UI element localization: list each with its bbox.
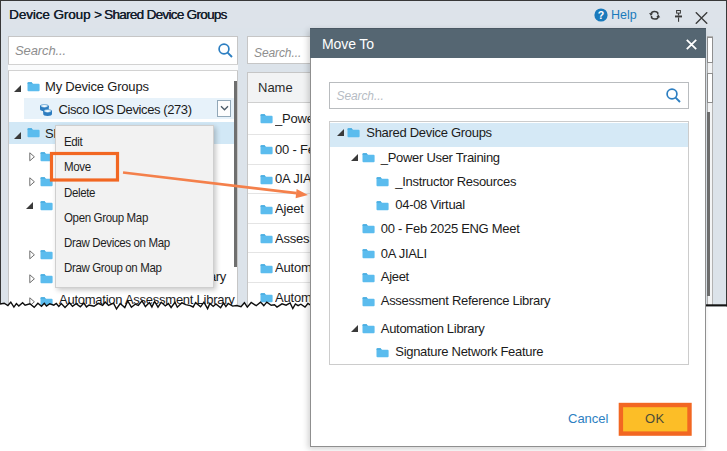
svg-text:?: ?	[597, 9, 603, 21]
